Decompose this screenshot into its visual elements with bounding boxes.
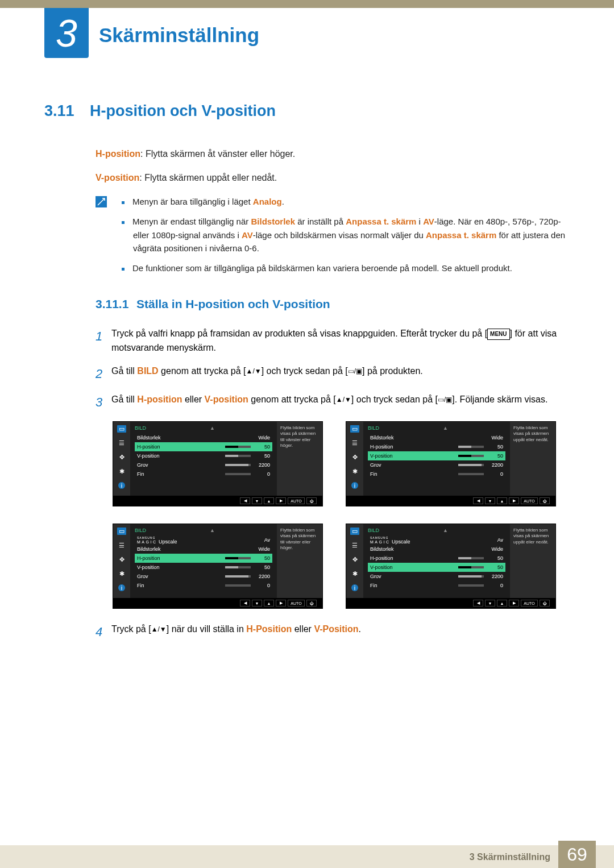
step-number: 4 [96, 622, 111, 642]
osd-panel: ▲ ▭ ☰ ✥ ✱ i BILD BildstorlekWide H-posit… [346, 421, 556, 506]
osd-help-text: Flytta bilden som visas på skärmen uppåt… [510, 524, 555, 598]
up-down-icon: ▲/▼ [336, 396, 351, 404]
nav-left-icon: ◀ [240, 497, 250, 504]
section-number: 3.11 [44, 102, 90, 120]
osd-footer: ◀ ▼ ▲ ▶ AUTO ⏻ [113, 598, 322, 608]
osd-footer: ◀ ▼ ▲ ▶ AUTO ⏻ [113, 496, 322, 506]
nav-down-icon: ▼ [485, 497, 495, 504]
osd-help-text: Flytta bilden som visas på skärmen till … [277, 422, 322, 496]
up-down-icon: ▲/▼ [151, 626, 167, 634]
nav-up-icon: ▲ [497, 497, 507, 504]
page-number: 69 [558, 841, 596, 868]
osd-title: BILD [368, 425, 505, 431]
vposition-description: V-position: Flytta skärmen uppåt eller n… [96, 171, 570, 185]
info-icon: i [118, 584, 125, 591]
move-icon: ✥ [350, 454, 359, 461]
move-icon: ✥ [350, 556, 359, 563]
nav-left-icon: ◀ [473, 600, 483, 607]
gear-icon: ✱ [350, 570, 359, 578]
osd-row-hposition: H-position50 [368, 442, 505, 451]
osd-row-grov: Grov2200 [368, 460, 505, 470]
osd-row-vposition: V-position50 [135, 563, 272, 572]
up-down-icon: ▲/▼ [246, 367, 262, 375]
osd-sidebar: ▭ ☰ ✥ ✱ i [346, 524, 363, 598]
chapter-title: Skärminställning [99, 24, 259, 47]
up-caret-icon: ▲ [210, 528, 215, 533]
step-1: 1 Tryck på valfri knapp på framsidan av … [96, 327, 570, 355]
osd-title: BILD [135, 425, 272, 431]
osd-row-hposition: H-position50 [368, 554, 505, 563]
list-icon: ☰ [117, 439, 126, 447]
osd-help-text: Flytta bilden som visas på skärmen uppåt… [510, 422, 555, 496]
osd-sidebar: ▭ ☰ ✥ ✱ i [113, 524, 130, 598]
osd-row-grov: Grov2200 [368, 572, 505, 581]
osd-footer: ◀ ▼ ▲ ▶ AUTO ⏻ [346, 598, 555, 608]
power-icon: ⏻ [306, 600, 317, 607]
gear-icon: ✱ [117, 468, 126, 475]
auto-button: AUTO [521, 497, 538, 504]
osd-row-vposition: V-position50 [368, 563, 505, 572]
nav-up-icon: ▲ [264, 600, 274, 607]
osd-row-vposition: V-position50 [368, 451, 505, 460]
subsection-number: 3.11.1 [96, 297, 136, 311]
osd-row-fin: Fin0 [368, 470, 505, 479]
note-item-2: Menyn är endast tillgänglig när Bildstor… [121, 215, 570, 255]
osd-row-vposition: V-position50 [135, 451, 272, 460]
hposition-description: H-position: Flytta skärmen åt vänster el… [96, 147, 570, 161]
osd-title: BILD [135, 528, 272, 533]
osd-panel: ▲ ▭ ☰ ✥ ✱ i BILD BildstorlekWide H-posit… [113, 421, 323, 506]
step-number: 1 [96, 327, 111, 355]
osd-sidebar: ▭ ☰ ✥ ✱ i [346, 422, 363, 496]
note-item-3: De funktioner som är tillgängliga på bil… [121, 261, 570, 275]
nav-right-icon: ▶ [276, 497, 286, 504]
osd-help-text: Flytta bilden som visas på skärmen till … [277, 524, 322, 598]
nav-left-icon: ◀ [473, 497, 483, 504]
osd-row-bildstorlek: BildstorlekWide [135, 433, 272, 442]
auto-button: AUTO [288, 497, 305, 504]
up-caret-icon: ▲ [443, 425, 448, 431]
osd-row-fin: Fin0 [368, 581, 505, 590]
osd-row-grov: Grov2200 [135, 572, 272, 581]
nav-down-icon: ▼ [252, 497, 262, 504]
up-caret-icon: ▲ [443, 528, 448, 533]
nav-right-icon: ▶ [509, 497, 519, 504]
step-3: 3 Gå till H-position eller V-position ge… [96, 393, 570, 412]
osd-row-fin: Fin0 [135, 581, 272, 590]
osd-footer: ◀ ▼ ▲ ▶ AUTO ⏻ [346, 496, 555, 506]
up-caret-icon: ▲ [210, 425, 215, 431]
footer-chapter-label: 3 Skärminställning [470, 852, 550, 862]
top-accent-bar [0, 0, 614, 8]
nav-left-icon: ◀ [240, 600, 250, 607]
osd-panel: ▲ ▭ ☰ ✥ ✱ i BILD SAMSUNGMAGIC UpscaleAv … [113, 524, 323, 609]
note-block: Menyn är bara tillgänglig i läget Analog… [96, 195, 570, 281]
osd-row-grov: Grov2200 [135, 460, 272, 470]
osd-title: BILD [368, 528, 505, 533]
subsection-heading: 3.11.1Ställa in H-position och V-positio… [96, 297, 570, 311]
monitor-icon: ▭ [350, 425, 359, 433]
list-icon: ☰ [350, 542, 359, 549]
osd-row-fin: Fin0 [135, 470, 272, 479]
move-icon: ✥ [117, 454, 126, 461]
section-title: H-position och V-position [90, 102, 276, 119]
monitor-icon: ▭ [117, 528, 126, 535]
chapter-number-badge: 3 [44, 8, 89, 58]
info-icon: i [351, 584, 358, 591]
nav-down-icon: ▼ [252, 600, 262, 607]
osd-panel: ▲ ▭ ☰ ✥ ✱ i BILD SAMSUNGMAGIC UpscaleAv … [346, 524, 556, 609]
enter-icon: ▭/▣ [438, 396, 452, 404]
osd-row-bildstorlek: BildstorlekWide [368, 433, 505, 442]
nav-right-icon: ▶ [509, 600, 519, 607]
osd-screenshots: ▲ ▭ ☰ ✥ ✱ i BILD BildstorlekWide H-posit… [113, 421, 570, 609]
osd-row-bildstorlek: BildstorlekWide [135, 545, 272, 554]
power-icon: ⏻ [306, 497, 317, 504]
note-item-1: Menyn är bara tillgänglig i läget Analog… [121, 195, 570, 208]
note-icon [96, 196, 107, 207]
list-icon: ☰ [117, 542, 126, 549]
nav-down-icon: ▼ [485, 600, 495, 607]
section-heading: 3.11H-position och V-position [44, 102, 570, 120]
info-icon: i [351, 482, 358, 489]
list-icon: ☰ [350, 439, 359, 447]
monitor-icon: ▭ [350, 528, 359, 535]
nav-up-icon: ▲ [497, 600, 507, 607]
vposition-label: V-position [96, 173, 139, 182]
